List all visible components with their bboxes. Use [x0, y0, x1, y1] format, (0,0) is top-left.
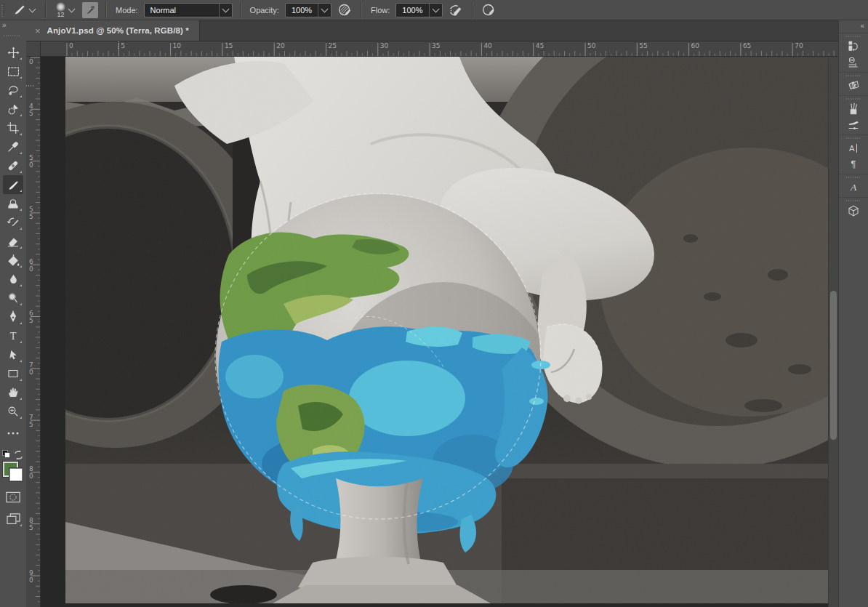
- svg-text:A: A: [850, 182, 857, 193]
- background-color-swatch[interactable]: [9, 468, 23, 481]
- materials-icon[interactable]: [843, 55, 864, 71]
- dock-group-gripper[interactable]: [846, 200, 861, 201]
- airbrush-icon[interactable]: [447, 1, 465, 19]
- history-icon[interactable]: [843, 39, 864, 55]
- ruler-corner[interactable]: [26, 41, 41, 57]
- paragraph-icon[interactable]: ¶: [843, 156, 864, 172]
- move-tool[interactable]: [3, 43, 23, 62]
- crop-tool[interactable]: [3, 118, 23, 137]
- brushes-icon[interactable]: [843, 101, 864, 117]
- brush-tool[interactable]: [3, 175, 23, 194]
- color-controls: [2, 450, 24, 483]
- svg-text:5: 5: [29, 421, 33, 428]
- photo-grain: [65, 57, 828, 603]
- glyphs-icon[interactable]: A: [843, 180, 864, 196]
- svg-text:40: 40: [483, 42, 492, 49]
- svg-text:20: 20: [276, 42, 285, 49]
- default-colors-icon[interactable]: [2, 450, 9, 457]
- marquee-tool[interactable]: [3, 62, 23, 81]
- dock-panel-group: [839, 72, 868, 95]
- flow-select[interactable]: 100%: [395, 3, 442, 17]
- svg-text:55: 55: [639, 42, 647, 49]
- document-tab[interactable]: × AnjoV1.psd @ 50% (Terra, RGB/8) *: [26, 20, 200, 41]
- history-brush-tool[interactable]: [3, 213, 23, 232]
- chevron-down-icon: [219, 4, 232, 17]
- svg-text:5: 5: [29, 213, 33, 220]
- spot-healing-tool[interactable]: [3, 156, 23, 175]
- tablet-pressure-opacity-icon[interactable]: [336, 1, 353, 19]
- dock-expand-button[interactable]: «: [860, 22, 864, 30]
- toggle-brush-settings-button[interactable]: [82, 2, 98, 18]
- dock-group-gripper[interactable]: [846, 36, 861, 37]
- svg-text:6: 6: [29, 310, 33, 317]
- rectangle-tool[interactable]: [3, 364, 23, 383]
- opacity-value: 100%: [286, 4, 318, 17]
- dodge-tool[interactable]: [3, 289, 23, 307]
- path-selection-tool[interactable]: [3, 345, 23, 364]
- svg-text:45: 45: [536, 42, 544, 49]
- brush-settings-icon[interactable]: [843, 117, 864, 133]
- opacity-select[interactable]: 100%: [285, 3, 331, 17]
- quick-mask-button[interactable]: [3, 488, 23, 507]
- horizontal-ruler[interactable]: 0510152025303540455055606570: [41, 41, 838, 57]
- type-tool[interactable]: T: [3, 326, 23, 345]
- swap-colors-icon[interactable]: [14, 449, 23, 462]
- screen-mode-button[interactable]: [3, 510, 23, 528]
- quick-selection-tool[interactable]: [3, 100, 23, 118]
- svg-text:30: 30: [380, 42, 389, 49]
- zoom-tool[interactable]: [3, 402, 23, 421]
- document-canvas[interactable]: [65, 57, 828, 603]
- vertical-ruler[interactable]: 4045505560657075808590: [26, 57, 41, 607]
- svg-text:0: 0: [29, 58, 33, 65]
- flow-value: 100%: [396, 4, 428, 17]
- svg-text:5: 5: [29, 317, 33, 324]
- svg-text:4: 4: [29, 102, 33, 110]
- dock-group-gripper[interactable]: [846, 137, 861, 139]
- svg-text:7: 7: [29, 414, 33, 421]
- vertical-ruler-ticks: 4045505560657075808590: [26, 57, 40, 607]
- paint-bucket-tool[interactable]: [3, 251, 23, 270]
- dock-group-gripper[interactable]: [846, 98, 861, 100]
- svg-text:¶: ¶: [851, 158, 856, 169]
- chevron-down-icon: [68, 5, 76, 12]
- toolbar-expand-button[interactable]: »: [2, 21, 6, 29]
- divider: [361, 2, 362, 18]
- svg-text:5: 5: [29, 524, 33, 531]
- blur-tool[interactable]: [3, 270, 23, 289]
- toolbar-header: »: [0, 20, 26, 41]
- dock-group-gripper[interactable]: [846, 75, 861, 76]
- dock-group-gripper[interactable]: [846, 177, 861, 178]
- divider: [105, 2, 107, 18]
- pen-tool[interactable]: [3, 307, 23, 326]
- svg-text:8: 8: [29, 517, 33, 524]
- svg-text:6: 6: [29, 258, 33, 265]
- brush-icon: [12, 2, 27, 18]
- toolbar-gripper[interactable]: [4, 35, 20, 36]
- svg-text:8: 8: [29, 465, 33, 473]
- eraser-tool[interactable]: [3, 232, 23, 251]
- svg-text:5: 5: [29, 154, 33, 161]
- eyedropper-tool[interactable]: [3, 137, 23, 156]
- svg-text:0: 0: [29, 576, 33, 584]
- brush-preset-picker[interactable]: 12: [54, 2, 76, 18]
- svg-text:0: 0: [69, 42, 73, 49]
- hand-tool[interactable]: [3, 383, 23, 402]
- svg-text:5: 5: [121, 42, 125, 49]
- dock-header: «: [839, 20, 868, 33]
- mode-select[interactable]: Normal: [144, 3, 233, 17]
- character-icon[interactable]: A: [843, 140, 864, 156]
- canvas-viewport[interactable]: [41, 57, 828, 607]
- lasso-tool[interactable]: [3, 81, 23, 100]
- document-tab-title: AnjoV1.psd @ 50% (Terra, RGB/8) *: [47, 26, 189, 35]
- layer-comps-icon[interactable]: [843, 78, 864, 94]
- edit-toolbar-button[interactable]: [3, 424, 23, 443]
- vertical-scrollbar-thumb[interactable]: [830, 291, 837, 440]
- tablet-pressure-size-icon[interactable]: [481, 1, 498, 19]
- threed-icon[interactable]: [843, 203, 864, 219]
- vertical-scrollbar[interactable]: [828, 57, 838, 607]
- active-tool-preset[interactable]: [9, 1, 38, 19]
- options-bar-gripper[interactable]: [1, 4, 5, 17]
- tool-palette: T: [0, 41, 26, 607]
- clone-stamp-tool[interactable]: [3, 194, 23, 213]
- close-icon[interactable]: ×: [35, 26, 41, 36]
